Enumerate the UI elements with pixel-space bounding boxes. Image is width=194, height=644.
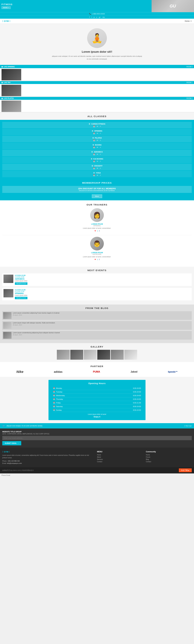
discount-sub: Discount on services and treatments at t…	[4, 190, 190, 192]
trainer-twitter-icon-1[interactable]: t	[97, 230, 98, 232]
footer-menu-contact[interactable]: Contact	[97, 461, 143, 462]
footer-community-forum[interactable]: Forum	[146, 456, 192, 458]
trainer-facebook-icon-2[interactable]: f	[99, 258, 100, 261]
live-pilates-image	[1, 100, 21, 112]
partner-speedo: Speedo™	[168, 370, 178, 373]
nav-home-link[interactable]: Home	[185, 20, 190, 22]
live-spinning-room: ROOM 3	[187, 66, 193, 68]
class-name-aerobics: AEROBICS	[94, 151, 102, 153]
event-date-1a: 4.13.00-6.13.00	[15, 274, 191, 276]
footer-menu-home[interactable]: Home	[97, 454, 143, 456]
opening-hours-box: Opening Hours 📅 Monday 6:00-24:00 📅 Tues…	[48, 380, 146, 420]
social-pinterest[interactable]: p	[94, 16, 95, 18]
nav-dropdown-icon[interactable]: ▼	[190, 20, 192, 22]
blog-title: FROM THE BLOG	[2, 307, 192, 310]
events-section: NEXT EVENTS 4.13.00-6.13.00 4.13.00-13.0…	[0, 267, 194, 304]
class-item-pilates: ⊕ PILATES 📅 ✉ ↗	[2, 136, 192, 142]
scroll-top-button[interactable]: 向右下载▲	[179, 468, 192, 472]
class-name-spinning: SPINNING	[94, 130, 102, 132]
class-icon-aerobics: ⊕	[91, 151, 93, 153]
social-facebook[interactable]: f	[89, 16, 90, 18]
membership-more-button[interactable]: More	[92, 194, 102, 198]
social-twitter[interactable]: t	[92, 16, 92, 18]
trainer-like-icon-1[interactable]: ❤	[95, 230, 96, 232]
twitter-text: aliquam erat volutpat. Ut orci arein ad …	[6, 425, 183, 427]
event-info-1: 4.13.00-6.13.00 4.13.00-13.00 AEROBICS L…	[15, 274, 191, 285]
opening-enjoy: Enjoy it	[53, 416, 141, 418]
footer-menu-about[interactable]: About	[97, 456, 143, 458]
gallery-item-6[interactable]	[124, 350, 137, 360]
footer-community-blog[interactable]: Blog	[146, 458, 192, 460]
hours-friday: 6:00-21:00	[133, 402, 141, 404]
bottom-bar: 由模板/RJCopy-demo.com公共版权四图标提示 向右下载▲	[0, 467, 194, 474]
trainer-like-icon-2[interactable]: ❤	[95, 258, 96, 261]
footer-community-contact[interactable]: Contact	[146, 461, 192, 462]
gallery-item-1[interactable]	[57, 350, 70, 360]
hours-wednesday: 6:00-24:00	[133, 394, 141, 396]
fitness-title: FITNESS	[1, 3, 150, 6]
class-item-crossfit: ⊕ CROSSFIT 📅 ✉ ↗	[2, 164, 192, 170]
hero-title: Lorem ipsum dolor sit!!	[2, 50, 192, 54]
trainer-photo-1: 👩	[90, 208, 104, 222]
class-item-boxing: ⊕ BOXING 📅 ✉ ↗	[2, 143, 192, 149]
opening-row-sunday: 📅 Sunday 8:00-24:00	[53, 408, 141, 412]
class-icon-yoga: ⊕	[93, 172, 95, 174]
live-trx-section: LIVE TRX ROOM 1	[0, 81, 194, 96]
footer-community-title: Community	[146, 451, 192, 453]
opening-quote: Lorem Ipsum dolor sit amet	[53, 414, 141, 415]
opening-hours-title: Opening Hours	[53, 382, 141, 384]
all-classes-title: ALL CLASSES	[0, 113, 194, 120]
newsletter-address: 125 E. CORPORATE DRIVE, MAPLEWOOD, NJ 20…	[2, 433, 192, 435]
trainer-twitter-icon-2[interactable]: t	[97, 258, 98, 261]
gallery-item-4[interactable]	[97, 350, 110, 360]
blog-post-title-1[interactable]: Lorem ipsum consectetur adipiscing Fusce…	[13, 312, 59, 314]
more-button[interactable]: MORE >	[1, 6, 11, 9]
reservation-button-2[interactable]: RESERVATION	[15, 297, 27, 299]
partner-adidas: adidas	[54, 370, 62, 374]
footer-community-col: Community Home Forum Blog Contact	[146, 451, 192, 464]
calendar-icon-wednesday: 📅	[53, 394, 55, 396]
calendar-icon-saturday: 📅	[53, 406, 55, 407]
footer-phone-value: +001 223 896 444	[7, 460, 20, 462]
gallery-item-5[interactable]	[111, 350, 124, 360]
footer-menu-col: MENU Home About Services Contact	[97, 451, 143, 464]
social-rss[interactable]: rss	[102, 16, 105, 18]
trainers-title: OUR TRAINERS	[2, 204, 192, 206]
twitter-time: 2 days ago	[184, 425, 192, 427]
navigation: ⧘ GYM ⧙ Home ▼	[0, 19, 194, 24]
footer-logo: ⧘ GYM ⧙	[2, 451, 94, 453]
blog-section: FROM THE BLOG Lorem ipsum consectetur ad…	[0, 304, 194, 343]
partner-nike: Nike	[16, 370, 23, 374]
partner-puma: PUMA	[93, 370, 100, 373]
membership-section: MEMBERSHIP PRICES 25% DISCOUNT OF FOR AL…	[0, 179, 194, 200]
partner-logos: Nike adidas PUMA Jaked Speedo™	[2, 370, 192, 374]
blog-post-title-2[interactable]: Lorem ipsum chque velit natoque nascetur…	[13, 322, 55, 324]
contact-bar: 📞 1-300-XXX-XXXX	[0, 12, 194, 16]
reservation-button-1[interactable]: RESERVATION	[15, 282, 27, 285]
day-monday: Monday	[56, 387, 62, 389]
footer-menu-title: MENU	[97, 451, 143, 453]
footer-community-home[interactable]: Home	[146, 454, 192, 456]
social-google[interactable]: g+	[99, 16, 101, 18]
social-youtube[interactable]: y	[96, 16, 97, 18]
newsletter-section: WEBSITE TITLE GROUP 125 E. CORPORATE DRI…	[0, 428, 194, 448]
membership-title: MEMBERSHIP PRICES	[2, 182, 192, 184]
footer-menu-services[interactable]: Services	[97, 458, 143, 460]
gallery-item-3[interactable]	[84, 350, 97, 360]
trainer-facebook-icon-1[interactable]: f	[99, 230, 100, 232]
partner-jaked: Jaked	[130, 370, 137, 373]
class-name-crossfit: CROSSFIT	[94, 165, 102, 167]
newsletter-email-input[interactable]	[2, 436, 192, 440]
hero-text: aliquam erat volutpat. Ut orci arein ad …	[52, 55, 142, 60]
gallery-item-2[interactable]	[70, 350, 83, 360]
gallery-section: GALLERY	[0, 343, 194, 362]
newsletter-submit-button[interactable]: SUBMIT EMAIL →	[2, 441, 21, 445]
event-name-2: SPINNING	[15, 292, 191, 294]
live-pilates-header: LIVE PILATES ROOM 2	[0, 97, 194, 100]
class-name-kaiboxing: KAI BOXING	[93, 158, 103, 160]
footer-about-text: Lorem ipsum dolor sit amet, consectetur …	[2, 454, 94, 459]
opening-row-wednesday: 📅 Wednesday 6:00-24:00	[53, 394, 141, 397]
blog-post-title-3[interactable]: Lorem ipsum constentiscing adipiscing fu…	[13, 332, 60, 334]
opening-hours-wrapper: Opening Hours 📅 Monday 6:00-24:00 📅 Tues…	[0, 377, 194, 423]
blog-image-3	[3, 332, 11, 339]
